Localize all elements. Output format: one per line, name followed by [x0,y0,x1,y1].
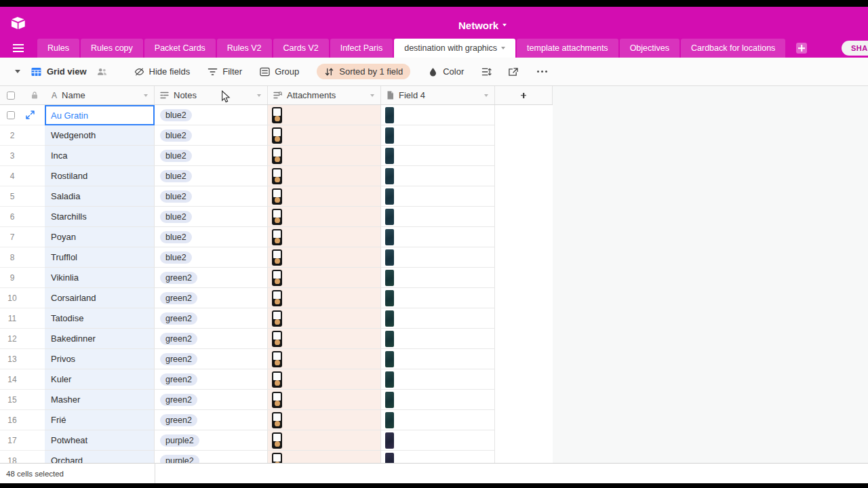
select-all-checkbox[interactable] [7,92,15,100]
field4-thumbnail[interactable] [385,412,394,428]
cell-notes[interactable]: blue2 [155,247,268,268]
cell-field4[interactable] [381,390,495,410]
row-checkbox[interactable] [7,111,15,119]
open-external-icon[interactable] [508,67,518,77]
cell-name[interactable]: Orchard [45,451,155,463]
cell-name[interactable]: Starchills [45,207,155,227]
cell-name[interactable]: Potwheat [45,430,155,451]
cell-field4[interactable] [381,369,495,390]
cell-notes[interactable]: green2 [155,369,268,390]
row-number-cell[interactable]: 17 [0,430,45,451]
cell-name[interactable]: Kuler [45,369,155,390]
table-tab[interactable]: Rules V2 [217,39,272,58]
cell-field4[interactable] [381,207,495,227]
attachment-thumbnail[interactable] [272,168,282,184]
column-header-notes[interactable]: Notes [155,86,268,104]
row-number-cell[interactable]: 1 [0,105,45,125]
cell-notes[interactable]: blue2 [155,105,268,125]
cell-name[interactable]: Saladia [45,186,155,207]
table-tab[interactable]: Infect Paris [330,39,393,58]
row-number-cell[interactable]: 8 [0,247,45,268]
cell-name[interactable]: Inca [45,146,155,166]
cell-notes[interactable]: purple2 [155,430,268,451]
hide-fields-button[interactable]: Hide fields [134,66,191,77]
column-header-name[interactable]: A Name [45,86,155,104]
field4-thumbnail[interactable] [385,148,394,164]
views-sidebar-toggle-icon[interactable] [15,70,20,73]
field4-thumbnail[interactable] [385,290,394,306]
cell-field4[interactable] [381,329,495,349]
field4-thumbnail[interactable] [385,432,394,449]
row-number-cell[interactable]: 18 [0,451,45,463]
row-number-cell[interactable]: 15 [0,390,45,410]
cell-field4[interactable] [381,451,495,463]
base-title[interactable]: Network [458,18,507,33]
cell-field4[interactable] [381,410,495,430]
cell-attachments[interactable] [268,349,381,369]
attachment-thumbnail[interactable] [272,392,282,408]
field4-thumbnail[interactable] [385,331,394,347]
field4-thumbnail[interactable] [385,249,394,266]
field4-thumbnail[interactable] [385,188,394,205]
color-button[interactable]: Color [428,66,464,77]
cell-attachments[interactable] [268,308,381,329]
table-tab[interactable]: destination with graphics [394,39,515,58]
cell-attachments[interactable] [268,227,381,247]
cell-attachments[interactable] [268,288,381,308]
cell-notes[interactable]: blue2 [155,186,268,207]
cell-field4[interactable] [381,125,495,146]
cell-notes[interactable]: blue2 [155,125,268,146]
view-switcher[interactable]: Grid view [31,66,87,77]
column-header-attachments[interactable]: Attachments [268,86,381,104]
cell-attachments[interactable] [268,329,381,349]
hamburger-menu-icon[interactable] [13,47,24,49]
cell-name[interactable]: Poyan [45,227,155,247]
cell-attachments[interactable] [268,369,381,390]
field4-thumbnail[interactable] [385,127,394,144]
add-table-button[interactable] [796,43,807,54]
cell-name[interactable]: Rostiland [45,166,155,186]
row-number-cell[interactable]: 14 [0,369,45,390]
cell-attachments[interactable] [268,146,381,166]
field4-thumbnail[interactable] [385,392,394,408]
field4-thumbnail[interactable] [385,209,394,225]
field4-thumbnail[interactable] [385,270,394,286]
cell-notes[interactable]: green2 [155,410,268,430]
table-tab[interactable]: Cardback for locations [681,39,785,58]
cell-field4[interactable] [381,166,495,186]
cell-name[interactable]: Frié [45,410,155,430]
cell-attachments[interactable] [268,268,381,288]
cell-notes[interactable]: green2 [155,268,268,288]
field4-thumbnail[interactable] [385,310,394,327]
attachment-thumbnail[interactable] [272,229,282,245]
cell-attachments[interactable] [268,247,381,268]
cell-notes[interactable]: green2 [155,329,268,349]
cell-name[interactable]: Vikinlia [45,268,155,288]
attachment-thumbnail[interactable] [272,148,282,164]
cell-field4[interactable] [381,268,495,288]
airtable-logo-icon[interactable] [11,16,26,30]
cell-notes[interactable]: green2 [155,288,268,308]
attachment-thumbnail[interactable] [272,310,282,327]
share-button[interactable]: SHARE [842,41,868,56]
row-number-cell[interactable]: 10 [0,288,45,308]
collaborators-icon[interactable] [97,67,107,77]
cell-attachments[interactable] [268,430,381,451]
column-menu-caret-icon[interactable] [484,94,488,97]
cell-field4[interactable] [381,186,495,207]
sort-button[interactable]: Sorted by 1 field [317,64,410,79]
cell-name[interactable]: Wedgenoth [45,125,155,146]
cell-attachments[interactable] [268,451,381,463]
cell-attachments[interactable] [268,125,381,146]
cell-attachments[interactable] [268,390,381,410]
row-number-cell[interactable]: 11 [0,308,45,329]
cell-notes[interactable]: blue2 [155,166,268,186]
cell-attachments[interactable] [268,105,381,125]
attachment-thumbnail[interactable] [272,290,282,306]
cell-notes[interactable]: purple2 [155,451,268,463]
cell-notes[interactable]: green2 [155,308,268,329]
cell-name[interactable]: Corsairland [45,288,155,308]
cell-name[interactable]: Bakedinner [45,329,155,349]
field4-thumbnail[interactable] [385,453,394,464]
attachment-thumbnail[interactable] [272,351,282,367]
